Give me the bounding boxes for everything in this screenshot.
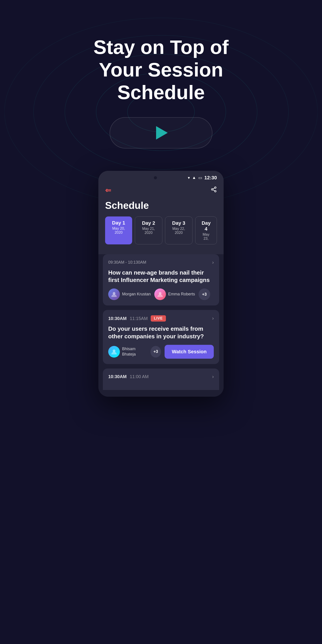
- speaker-emma: Emma Roberts: [154, 288, 195, 300]
- speaker-emma-avatar: [154, 288, 166, 300]
- session-card-1[interactable]: 09:30AM - 10:130AM › How can new-age bra…: [103, 254, 219, 306]
- session-1-time-row: 09:30AM - 10:130AM ›: [108, 260, 214, 266]
- hero-title: Stay on Top of Your Session Schedule: [72, 36, 250, 104]
- session-3-time-group: 10:30AM 11:00 AM: [108, 374, 149, 379]
- speaker-morgan-name: Morgan Krustan: [122, 292, 151, 297]
- session-2-time-row: 10:30AM 11:15AM LIVE ›: [108, 315, 214, 322]
- session-2-chevron-icon: ›: [212, 316, 214, 321]
- back-icon[interactable]: ⇐: [105, 186, 111, 194]
- tab-day4-date: May 23,: [202, 232, 210, 240]
- signal-icon: ▲: [192, 175, 196, 180]
- speaker-morgan: Morgan Krustan: [108, 288, 151, 300]
- tab-day4-label: Day 4: [202, 220, 210, 232]
- watch-session-button[interactable]: Watch Session: [164, 345, 214, 359]
- session-card-2[interactable]: 10:30AM 11:15AM LIVE › Do your users rec…: [103, 310, 219, 364]
- play-button-container[interactable]: [0, 117, 322, 148]
- speaker-bhisam-avatar: [108, 346, 120, 358]
- status-time: 12:30: [204, 175, 217, 181]
- day-tabs: Day 1 May 20, 2020 Day 2 May 21, 2020 Da…: [98, 216, 224, 250]
- speaker-bhisam-name: Bhisam Bhateja: [122, 346, 147, 357]
- svg-line-9: [213, 188, 215, 189]
- page-title: Schedule: [105, 200, 149, 211]
- session-2-time-end: 11:15AM: [130, 316, 148, 321]
- tab-day2-label: Day 2: [141, 220, 156, 226]
- battery-icon: ▭: [198, 175, 202, 180]
- status-center: [154, 176, 157, 179]
- status-right: ▾ ▲ ▭ 12:30: [188, 175, 217, 181]
- tab-day2-date: May 21, 2020: [141, 227, 156, 235]
- session-2-title: Do your users receive emails from other …: [108, 325, 214, 340]
- hero-section: Stay on Top of Your Session Schedule: [0, 0, 322, 171]
- tab-day3-date: May 22, 2020: [172, 227, 186, 235]
- session-3-time-end: 11:00 AM: [130, 374, 149, 379]
- share-icon[interactable]: [211, 186, 217, 194]
- app-title-section: Schedule: [98, 198, 224, 216]
- tab-day1[interactable]: Day 1 May 20, 2020: [105, 216, 132, 244]
- tab-day4[interactable]: Day 4 May 23,: [195, 216, 217, 244]
- camera-dot: [154, 176, 157, 179]
- session-3-time-row: 10:30AM 11:00 AM ›: [108, 374, 214, 380]
- time-live-group: 10:30AM 11:15AM LIVE: [108, 315, 166, 322]
- tab-day3[interactable]: Day 3 May 22, 2020: [165, 216, 192, 244]
- session-2-bottom: Bhisam Bhateja +3 Watch Session: [108, 345, 214, 359]
- session-1-speakers: Morgan Krustan Emma Roberts +3: [108, 288, 214, 300]
- tab-day2[interactable]: Day 2 May 21, 2020: [135, 216, 162, 244]
- speaker-emma-name: Emma Roberts: [168, 292, 195, 297]
- status-bar: ▾ ▲ ▭ 12:30: [98, 171, 224, 182]
- play-triangle-icon: [156, 126, 168, 140]
- session-1-chevron-icon: ›: [212, 260, 214, 266]
- session-2-time-start: 10:30AM: [108, 316, 126, 321]
- speaker-bhisam: Bhisam Bhateja: [108, 346, 147, 358]
- svg-line-8: [213, 190, 215, 191]
- tab-day3-label: Day 3: [172, 220, 186, 226]
- play-oval[interactable]: [110, 117, 212, 148]
- app-header: ⇐: [98, 182, 224, 198]
- content-area: 09:30AM - 10:130AM › How can new-age bra…: [98, 254, 224, 397]
- live-badge: LIVE: [151, 315, 166, 322]
- session-3-time-start: 10:30AM: [108, 374, 126, 379]
- session-1-title: How can new-age brands nail their first …: [108, 269, 214, 284]
- phone-wrapper: ▾ ▲ ▭ 12:30 ⇐ Schedule: [0, 171, 322, 419]
- session-1-more-speakers: +3: [198, 288, 210, 300]
- session-2-more-speakers: +3: [150, 346, 161, 358]
- session-card-3[interactable]: 10:30AM 11:00 AM ›: [103, 368, 219, 390]
- session-3-chevron-icon: ›: [212, 374, 214, 380]
- speaker-morgan-avatar: [108, 288, 120, 300]
- wifi-icon: ▾: [188, 175, 190, 180]
- tab-day1-label: Day 1: [111, 220, 126, 226]
- tab-day1-date: May 20, 2020: [111, 226, 126, 234]
- phone-mockup: ▾ ▲ ▭ 12:30 ⇐ Schedule: [98, 171, 224, 397]
- session-1-time: 09:30AM - 10:130AM: [108, 260, 146, 265]
